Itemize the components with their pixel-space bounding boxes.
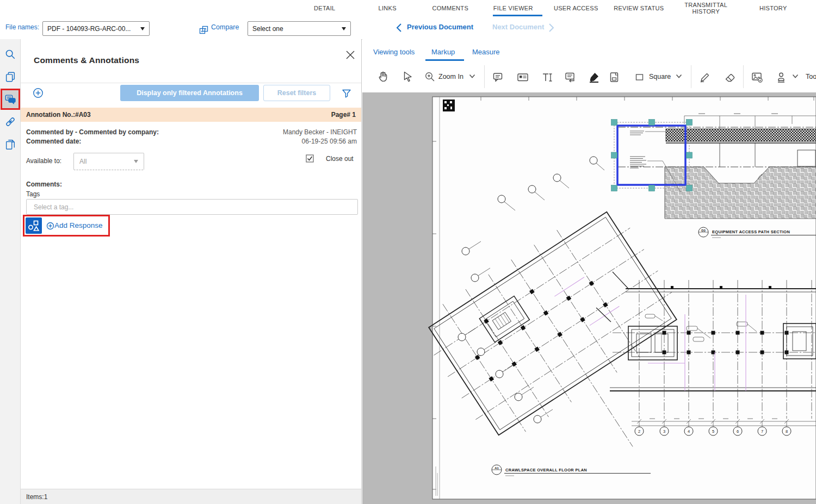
stamp-user-icon[interactable] [775,71,788,84]
divider [743,65,744,88]
zoom-in-icon[interactable] [424,71,435,82]
annotation-page: Page# 1 [331,111,356,119]
chevron-down-icon[interactable] [792,74,799,79]
tab-measure[interactable]: Measure [472,47,500,58]
pages-icon[interactable] [4,139,16,151]
available-to-select[interactable]: All [73,153,144,170]
pan-hand-icon[interactable] [376,70,390,83]
tab-comments[interactable]: COMMENTS [419,0,482,16]
reply-note-icon[interactable] [564,71,577,84]
next-document-button[interactable]: Next Document [492,23,544,31]
highlight-box-add-response [23,215,110,237]
drawing-canvas[interactable]: D3 EQUIPMENT ACCESS PATH SECTION [362,92,816,504]
previous-document-button[interactable]: Previous Document [407,23,473,31]
annotation-row-header[interactable]: Annotation No.:#A03 Page# 1 [21,108,361,122]
tab-user-access[interactable]: USER ACCESS [545,0,608,16]
file-name-dropdown-value: PDF - 104093-RG-ARC-00... [47,25,131,33]
svg-text:4: 4 [688,429,690,434]
zoom-tool-label[interactable]: Zoom In [438,71,463,82]
items-count: Items:1 [26,493,47,501]
tab-file-viewer[interactable]: FILE VIEWER [482,0,545,16]
comments-annotations-panel: Comments & Annotations Display only filt… [21,39,362,504]
chevron-down-icon [342,27,346,30]
tab-markup[interactable]: Markup [431,47,455,58]
svg-text:7: 7 [761,429,763,434]
close-out-label: Close out [326,155,354,163]
markup-toolbar: Zoom In [362,61,816,93]
tags-label: Tags [26,190,40,198]
link-icon[interactable] [4,116,16,128]
commented-by-value: Mandy Becker - INEIGHT [200,128,357,136]
tab-history[interactable]: HISTORY [742,0,805,16]
reset-filters-button[interactable]: Reset filters [263,85,330,101]
panel-title: Comments & Annotations [34,55,139,65]
chevron-left-icon [395,23,403,33]
divider [21,83,361,83]
compare-version-dropdown-value: Select one [252,25,283,33]
tab-links[interactable]: LINKS [356,0,419,16]
comments-label: Comments: [26,181,62,188]
commented-date-label: Commented date: [26,138,81,145]
highlighter-icon[interactable] [588,71,601,84]
close-out-checkbox[interactable] [306,154,314,163]
tag-input-placeholder: Select a tag... [34,203,73,211]
section-ref: D3 [701,229,706,232]
panel-footer: Items:1 [21,489,361,504]
chevron-down-icon[interactable] [676,74,682,79]
image-stamp-icon[interactable] [751,71,764,84]
svg-text:3: 3 [663,429,665,434]
tag-select-input[interactable]: Select a tag... [26,199,358,215]
commented-by-label: Commented by - Commented by company: [26,128,159,136]
save-markup-icon[interactable] [608,71,621,84]
plan-title: CRAWLSPACE OVERALL FLOOR PLAN [505,468,587,472]
sheet-qr-code [443,99,455,111]
annotation-number: Annotation No.:#A03 [26,111,91,119]
file-viewer-pane: Viewing tools Markup Measure Zoom In [362,39,816,504]
shape-tool-label[interactable]: Square [649,71,671,82]
compare-button[interactable]: Compare [211,23,239,31]
available-to-label: Available to: [26,157,61,165]
square-shape-icon[interactable] [635,73,644,81]
tools-label[interactable]: Tools [806,71,816,82]
plan-ref: A1 [494,466,499,470]
svg-text:8: 8 [786,429,788,434]
text-insert-icon[interactable] [541,71,554,84]
drawing-sheet [432,97,816,499]
commented-date-value: 06-19-25 09:56 am [200,138,357,145]
tab-transmittal-history[interactable]: TRANSMITTAL HISTORY [670,0,742,16]
filter-funnel-icon[interactable] [342,89,351,98]
file-names-label: File names: [5,23,39,31]
search-icon[interactable] [4,48,16,60]
file-name-dropdown[interactable]: PDF - 104093-RG-ARC-00... [42,21,150,36]
svg-text:5: 5 [712,429,714,434]
copy-documents-icon[interactable] [4,71,16,83]
top-nav-tabs: DETAIL LINKS COMMENTS FILE VIEWER USER A… [293,0,805,16]
compare-icon [199,26,208,35]
svg-text:2: 2 [638,429,640,434]
eraser-icon[interactable] [724,71,737,84]
file-bar: File names: PDF - 104093-RG-ARC-00... Co… [0,16,816,40]
tab-viewing-tools[interactable]: Viewing tools [373,47,415,58]
comment-note-icon[interactable] [492,71,505,84]
pen-signature-icon[interactable] [698,71,712,84]
compare-version-dropdown[interactable]: Select one [248,21,351,36]
close-icon[interactable] [345,50,355,60]
chevron-down-icon [140,27,145,30]
top-nav: DETAIL LINKS COMMENTS FILE VIEWER USER A… [0,0,816,17]
svg-text:6: 6 [737,429,739,434]
divider [691,65,691,88]
select-cursor-icon[interactable] [401,70,415,83]
display-filtered-annotations-button[interactable]: Display only filtered Annotations [120,85,259,101]
highlight-box-comments-icon [1,89,20,110]
chevron-right-icon [548,23,555,33]
available-to-value: All [79,158,86,165]
note-card-icon[interactable] [516,71,529,84]
divider [484,65,485,88]
tab-detail[interactable]: DETAIL [293,0,356,16]
add-annotation-icon[interactable] [33,88,44,98]
chevron-down-icon [134,160,138,163]
chevron-down-icon[interactable] [469,74,475,79]
section-title: EQUIPMENT ACCESS PATH SECTION [712,229,790,234]
viewer-sidebar [0,39,21,504]
tab-review-status[interactable]: REVIEW STATUS [608,0,671,16]
